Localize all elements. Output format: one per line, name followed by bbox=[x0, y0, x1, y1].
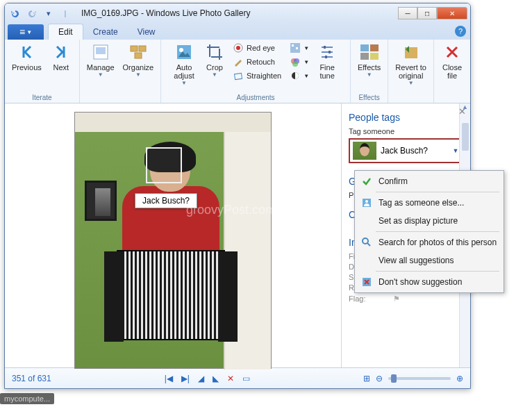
svg-rect-4 bbox=[135, 53, 142, 58]
photo-viewport[interactable]: Jack Busch? groovyPost.com bbox=[5, 103, 341, 367]
ribbon-tabs: ≡▼ Edit Create View bbox=[5, 23, 470, 40]
exposure-button[interactable]: ▼ bbox=[288, 69, 310, 83]
svg-rect-2 bbox=[131, 46, 138, 51]
svg-rect-23 bbox=[370, 53, 379, 60]
next-label: Next bbox=[53, 63, 69, 72]
menu-dont-show-label: Don't show suggestion bbox=[379, 277, 462, 287]
window-controls: ─ □ ✕ bbox=[398, 7, 467, 19]
effects-label: Effects bbox=[358, 63, 381, 72]
sb-rotate-right-icon[interactable]: ◣ bbox=[213, 374, 219, 383]
flag-icon[interactable]: ⚑ bbox=[393, 294, 400, 304]
sb-delete-icon[interactable]: ✕ bbox=[227, 374, 234, 383]
organize-label: Organize bbox=[123, 63, 154, 72]
zoom-controls: ⊞ ⊖ ⊕ bbox=[363, 374, 463, 383]
close-file-button[interactable]: Close file bbox=[438, 41, 466, 81]
menu-set-display-label: Set as display picture bbox=[379, 216, 458, 226]
svg-rect-21 bbox=[370, 44, 379, 51]
dismiss-icon bbox=[360, 276, 373, 288]
tag-someone-link[interactable]: Tag someone bbox=[349, 127, 465, 135]
minimize-button[interactable]: ─ bbox=[398, 7, 417, 19]
sb-slideshow-icon[interactable]: ▭ bbox=[242, 374, 250, 383]
maximize-button[interactable]: □ bbox=[417, 7, 437, 19]
svg-rect-18 bbox=[329, 51, 331, 53]
crop-button[interactable]: Crop▼ bbox=[201, 41, 228, 79]
tab-view[interactable]: View bbox=[128, 24, 165, 40]
svg-rect-9 bbox=[235, 73, 242, 79]
qat-divider: | bbox=[58, 6, 73, 20]
svg-point-6 bbox=[179, 48, 183, 52]
effects-group-label: Effects bbox=[355, 94, 383, 103]
revert-label: Revert to original bbox=[395, 63, 426, 80]
auto-adjust-button[interactable]: Auto adjust▼ bbox=[170, 41, 198, 88]
svg-rect-3 bbox=[139, 46, 146, 51]
panel-close-icon[interactable]: ✕ bbox=[458, 106, 466, 117]
color-button[interactable]: ▼ bbox=[288, 55, 310, 69]
organize-button[interactable]: Organize▼ bbox=[120, 41, 157, 79]
menu-tag-as[interactable]: Tag as someone else... bbox=[356, 194, 502, 212]
zoom-out-icon[interactable]: ⊖ bbox=[376, 374, 383, 383]
confirm-icon bbox=[360, 175, 373, 188]
ribbon-group-close: Close file bbox=[434, 40, 470, 103]
fine-tune-button[interactable]: Fine tune bbox=[313, 41, 341, 81]
menu-dont-show[interactable]: Don't show suggestion bbox=[356, 273, 502, 291]
revert-button[interactable]: Revert to original▼ bbox=[392, 41, 429, 88]
manage-label: Manage bbox=[87, 63, 115, 72]
straighten-label: Straighten bbox=[247, 72, 281, 80]
svg-point-26 bbox=[365, 200, 368, 203]
close-button[interactable]: ✕ bbox=[437, 7, 467, 19]
manage-button[interactable]: Manage▼ bbox=[84, 41, 117, 79]
suggested-name: Jack Busch? bbox=[381, 146, 447, 156]
adjustments-extra: ▼ ▼ ▼ bbox=[288, 41, 310, 83]
sb-fit-icon[interactable]: ⊞ bbox=[363, 374, 370, 383]
svg-rect-1 bbox=[96, 47, 106, 54]
ribbon-group-iterate: Previous Next Iterate bbox=[5, 40, 80, 103]
svg-rect-22 bbox=[360, 53, 369, 60]
taskbar-item[interactable]: mycompute... bbox=[0, 393, 54, 404]
sb-rotate-left-icon[interactable]: ◢ bbox=[198, 374, 204, 383]
tab-edit[interactable]: Edit bbox=[48, 24, 83, 40]
next-button[interactable]: Next bbox=[47, 41, 75, 73]
straighten-button[interactable]: Straighten bbox=[231, 69, 283, 83]
zoom-in-icon[interactable]: ⊕ bbox=[456, 374, 463, 383]
red-eye-label: Red eye bbox=[247, 44, 275, 52]
svg-rect-20 bbox=[360, 44, 369, 51]
help-icon[interactable]: ? bbox=[455, 26, 466, 37]
tab-create[interactable]: Create bbox=[83, 24, 128, 40]
status-toolbar: |◀ ▶| ◢ ◣ ✕ ▭ bbox=[51, 374, 363, 383]
svg-rect-12 bbox=[296, 47, 298, 49]
svg-rect-19 bbox=[325, 56, 327, 58]
sb-last-icon[interactable]: ▶| bbox=[181, 374, 190, 383]
undo-icon[interactable] bbox=[8, 6, 23, 20]
menu-view-all[interactable]: View all suggestions bbox=[356, 251, 502, 269]
file-menu-button[interactable]: ≡▼ bbox=[8, 24, 44, 40]
search-icon bbox=[360, 236, 373, 249]
menu-search[interactable]: Search for photos of this person bbox=[356, 233, 502, 251]
auto-adjust-label: Auto adjust bbox=[174, 63, 194, 80]
red-eye-button[interactable]: Red eye bbox=[231, 41, 283, 55]
effects-button[interactable]: Effects▼ bbox=[355, 41, 383, 79]
sb-first-icon[interactable]: |◀ bbox=[165, 374, 173, 383]
window-title: IMG_0169.JPG - Windows Live Photo Galler… bbox=[81, 8, 398, 18]
retouch-button[interactable]: Retouch bbox=[231, 55, 283, 69]
qat-dropdown-icon[interactable]: ▾ bbox=[41, 6, 56, 20]
menu-search-label: Search for photos of this person bbox=[379, 238, 497, 247]
face-detection-box[interactable] bbox=[146, 147, 182, 183]
previous-button[interactable]: Previous bbox=[9, 41, 44, 73]
menu-confirm[interactable]: Confirm bbox=[356, 172, 502, 190]
noise-button[interactable]: ▼ bbox=[288, 41, 310, 55]
menu-set-display[interactable]: Set as display picture bbox=[356, 212, 502, 230]
redo-icon[interactable] bbox=[24, 6, 40, 20]
tag-context-menu: Confirm Tag as someone else... Set as di… bbox=[354, 170, 504, 293]
photo-counter: 351 of 631 bbox=[12, 374, 51, 383]
crop-label: Crop bbox=[206, 63, 223, 72]
tag-thumbnail bbox=[353, 142, 376, 160]
close-group-label bbox=[438, 94, 466, 103]
svg-rect-11 bbox=[292, 44, 294, 47]
zoom-slider[interactable] bbox=[388, 377, 451, 380]
quick-access-toolbar: ▾ | bbox=[8, 6, 73, 20]
person-icon bbox=[360, 197, 373, 209]
title-bar: ▾ | IMG_0169.JPG - Windows Live Photo Ga… bbox=[5, 3, 470, 23]
tag-suggestion[interactable]: Jack Busch? ▼ bbox=[349, 138, 465, 163]
people-tags-heading: People tags bbox=[349, 112, 465, 123]
ribbon-group-manage: Manage▼ Organize▼ bbox=[80, 40, 161, 103]
